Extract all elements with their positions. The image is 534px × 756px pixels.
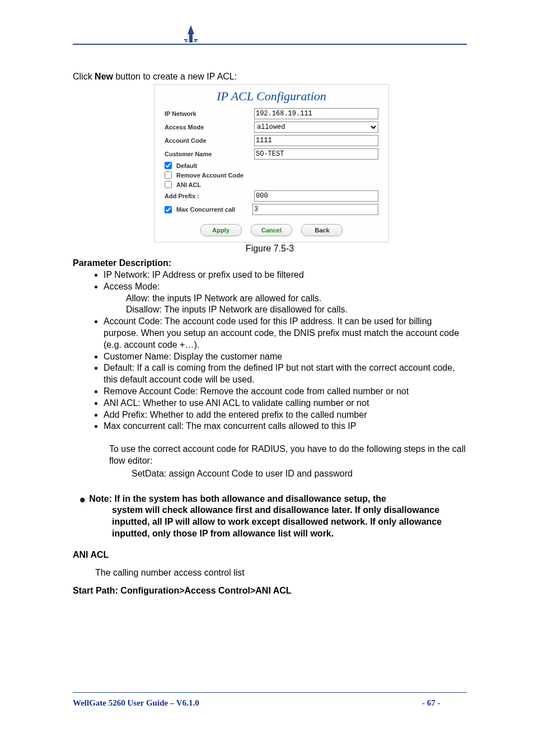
- intro-bold: New: [95, 72, 113, 81]
- back-button[interactable]: Back: [301, 224, 343, 236]
- ani-acl-body: The calling number access control list: [95, 568, 467, 578]
- panel-title: IP ACL Configuration: [165, 89, 378, 104]
- intro-suffix: button to create a new IP ACL:: [113, 72, 237, 81]
- add-prefix-input[interactable]: [254, 190, 378, 202]
- remove-account-code-checkbox[interactable]: [165, 171, 172, 179]
- remove-account-code-label: Remove Account Code: [176, 172, 243, 179]
- list-item-subline: Allow: the inputs IP Network are allowed…: [126, 293, 467, 305]
- add-prefix-label: Add Prefix :: [165, 193, 254, 199]
- intro-prefix: Click: [73, 72, 95, 81]
- access-mode-select[interactable]: allowed: [254, 122, 378, 133]
- parameter-list: IP Network: IP Address or prefix used to…: [73, 269, 467, 432]
- followup-indent-text: SetData: assign Account Code to user ID …: [132, 468, 467, 480]
- access-mode-label: Access Mode: [165, 124, 254, 130]
- ani-acl-checkbox-label: ANI ACL: [176, 181, 201, 188]
- start-path: Start Path: Configuration>Access Control…: [73, 586, 467, 596]
- list-item: ANI ACL: Whether to use ANI ACL to valid…: [104, 398, 467, 409]
- account-code-input[interactable]: [254, 135, 378, 146]
- list-item: Max concurrent call: The max concurrent …: [104, 421, 467, 432]
- ip-network-input[interactable]: [254, 108, 378, 119]
- figure-caption: Figure 7.5-3: [73, 244, 467, 254]
- max-concurrent-checkbox[interactable]: [165, 206, 172, 213]
- max-concurrent-input[interactable]: [252, 204, 378, 215]
- note-block: ☻ Note: If in the system has both allowa…: [78, 493, 467, 540]
- default-checkbox[interactable]: [165, 162, 172, 169]
- list-item-label: Access Mode:: [104, 282, 160, 291]
- default-checkbox-label: Default: [176, 162, 197, 169]
- ani-acl-checkbox[interactable]: [165, 181, 172, 188]
- customer-name-input[interactable]: [254, 148, 378, 160]
- page-footer: WellGate 5260 User Guide – V6.1.0 - 67 -: [73, 688, 467, 708]
- customer-name-label: Customer Name: [165, 151, 254, 157]
- list-item: Remove Account Code: Remove the account …: [104, 386, 467, 398]
- footer-title: WellGate 5260 User Guide – V6.1.0: [73, 698, 422, 708]
- note-body: system will check allowance first and di…: [112, 505, 467, 539]
- list-item: IP Network: IP Address or prefix used to…: [104, 269, 467, 281]
- parameter-description-heading: Parameter Description:: [73, 258, 467, 268]
- list-item: Add Prefix: Whether to add the entered p…: [104, 409, 467, 421]
- account-code-label: Account Code: [165, 137, 254, 144]
- footer-divider: [73, 692, 467, 693]
- intro-text: Click New button to create a new IP ACL:: [73, 72, 467, 82]
- header-divider: [73, 44, 467, 45]
- ip-network-label: IP Network: [165, 110, 254, 117]
- apply-button[interactable]: Apply: [200, 224, 242, 236]
- max-concurrent-label: Max Concurrent call: [176, 206, 252, 213]
- logo-icon: [182, 25, 200, 43]
- list-item: Customer Name: Display the customer name: [104, 351, 467, 363]
- ani-acl-heading: ANI ACL: [73, 550, 467, 560]
- followup-text: To use the correct account code for RADI…: [109, 444, 467, 467]
- note-lead: Note: If in the system has both allowanc…: [89, 494, 386, 503]
- cancel-button[interactable]: Cancel: [251, 224, 292, 236]
- list-item: Default: If a call is coming from the de…: [104, 362, 467, 386]
- list-item: Access Mode: Allow: the inputs IP Networ…: [104, 281, 467, 316]
- list-item-subline: Disallow: The inputs IP Network are disa…: [126, 304, 467, 316]
- note-icon: ☻: [78, 494, 87, 505]
- ip-acl-config-panel: IP ACL Configuration IP Network Access M…: [154, 84, 389, 242]
- footer-page-number: - 67 -: [422, 698, 467, 708]
- list-item: Account Code: The account code used for …: [104, 316, 467, 351]
